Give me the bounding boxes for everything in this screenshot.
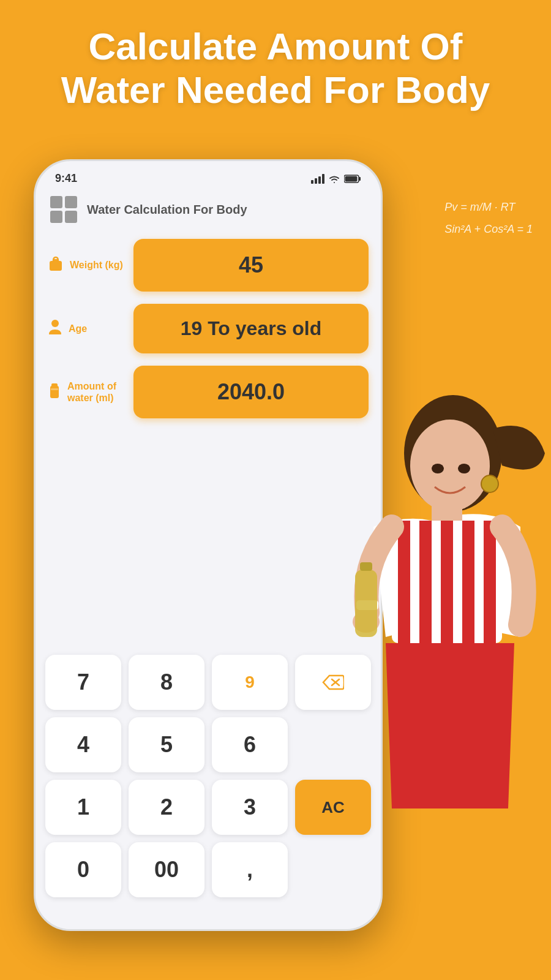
weight-value-card[interactable]: 45	[133, 239, 369, 292]
logo-sq4	[65, 211, 77, 223]
title-line1: Calculate Amount Of	[89, 25, 463, 67]
signal-icon	[311, 174, 324, 184]
key-2[interactable]: 2	[129, 780, 204, 835]
battery-icon	[344, 174, 361, 184]
svg-rect-1	[315, 178, 317, 184]
svg-rect-27	[360, 562, 372, 571]
equation-2: Sin²A + Cos²A = 1	[444, 218, 533, 240]
water-label: Amount of water (ml)	[67, 380, 116, 404]
svg-rect-12	[51, 388, 58, 390]
girl-svg	[312, 380, 551, 931]
svg-rect-2	[318, 176, 321, 184]
svg-rect-6	[359, 177, 361, 181]
logo-sq2	[65, 196, 77, 208]
app-logo	[50, 196, 77, 223]
svg-rect-3	[322, 174, 324, 184]
svg-rect-19	[398, 521, 410, 643]
svg-point-28	[481, 475, 498, 492]
svg-rect-23	[484, 521, 496, 643]
svg-rect-0	[311, 180, 313, 184]
logo-sq3	[50, 211, 62, 223]
svg-point-30	[458, 464, 470, 473]
water-icon	[48, 381, 61, 403]
svg-point-29	[432, 464, 444, 473]
svg-rect-22	[462, 521, 474, 643]
age-field-row: Age 19 To years old	[48, 298, 369, 360]
key-5[interactable]: 5	[129, 717, 204, 772]
svg-rect-8	[53, 259, 59, 262]
key-8[interactable]: 8	[129, 655, 204, 710]
age-label: Age	[69, 323, 87, 334]
svg-rect-11	[51, 383, 58, 387]
equation-1: Pv = m/M · RT	[444, 196, 533, 218]
age-label-area: Age	[48, 318, 127, 339]
math-decoration: Pv = m/M · RT Sin²A + Cos²A = 1	[444, 196, 533, 240]
svg-rect-5	[345, 176, 358, 181]
key-1[interactable]: 1	[45, 780, 121, 835]
svg-point-16	[410, 420, 490, 511]
svg-rect-7	[50, 261, 62, 271]
svg-rect-21	[441, 521, 453, 643]
status-bar: 9:41	[36, 161, 381, 190]
weight-field-row: Weight (kg) 45	[48, 233, 369, 298]
app-title: Water Calculation For Body	[87, 203, 247, 217]
app-header: Water Calculation For Body	[36, 190, 381, 233]
key-9-placeholder[interactable]: 9	[212, 655, 288, 710]
weight-label-area: Weight (kg)	[48, 255, 127, 276]
status-time: 9:41	[55, 172, 77, 185]
water-label-area: Amount of water (ml)	[48, 380, 127, 404]
key-7[interactable]: 7	[45, 655, 121, 710]
key-comma[interactable]: ,	[212, 842, 288, 897]
age-icon	[48, 318, 62, 339]
svg-rect-20	[419, 521, 432, 643]
svg-point-9	[51, 320, 59, 327]
key-0[interactable]: 0	[45, 842, 121, 897]
girl-figure	[312, 380, 551, 931]
svg-rect-10	[50, 386, 59, 398]
weight-label: Weight (kg)	[70, 259, 123, 271]
side-button-power	[381, 314, 383, 369]
weight-icon	[48, 255, 64, 276]
logo-sq1	[50, 196, 62, 208]
age-value-card[interactable]: 19 To years old	[133, 304, 369, 353]
key-4[interactable]: 4	[45, 717, 121, 772]
wifi-icon	[328, 174, 340, 184]
key-3[interactable]: 3	[212, 780, 288, 835]
page-title: Calculate Amount Of Water Needed For Bod…	[0, 24, 551, 112]
status-icons	[311, 174, 361, 184]
svg-rect-26	[355, 570, 377, 637]
key-00[interactable]: 00	[129, 842, 204, 897]
key-6[interactable]: 6	[212, 717, 288, 772]
title-line2: Water Needed For Body	[61, 69, 490, 111]
